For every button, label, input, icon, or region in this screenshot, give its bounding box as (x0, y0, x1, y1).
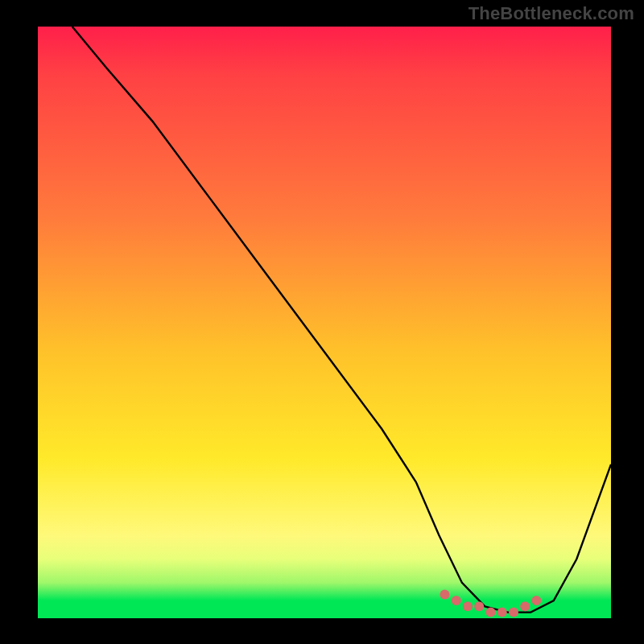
marker-dot (463, 601, 473, 611)
marker-dot (531, 596, 541, 605)
marker-dot (486, 608, 496, 617)
watermark-text: TheBottleneck.com (469, 3, 634, 24)
marker-dot (509, 608, 518, 617)
marker-dot (452, 596, 461, 605)
marker-dot (497, 608, 507, 617)
bottleneck-curve (72, 27, 611, 613)
chart-frame: TheBottleneck.com (0, 0, 644, 644)
marker-dot (474, 601, 484, 611)
chart-svg (38, 27, 611, 618)
marker-dot (520, 601, 530, 611)
plot-area (38, 27, 611, 618)
marker-dot (440, 590, 450, 600)
